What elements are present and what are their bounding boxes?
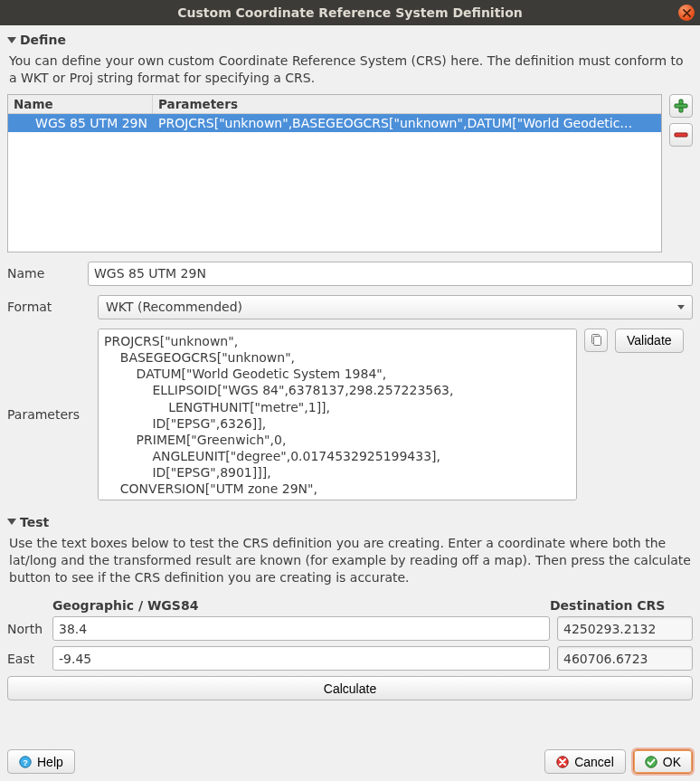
ok-icon bbox=[645, 756, 657, 768]
parameters-textarea[interactable] bbox=[98, 329, 577, 500]
format-combobox[interactable]: WKT (Recommended) bbox=[98, 295, 693, 319]
crs-list-side-buttons bbox=[669, 94, 693, 252]
define-header-label: Define bbox=[20, 33, 66, 47]
close-icon bbox=[683, 9, 691, 17]
validate-button[interactable]: Validate bbox=[615, 329, 684, 353]
remove-crs-button[interactable] bbox=[669, 123, 693, 147]
name-label: Name bbox=[7, 266, 80, 281]
format-row: Format WKT (Recommended) bbox=[7, 295, 693, 319]
parameters-label: Parameters bbox=[7, 329, 90, 500]
table-row[interactable]: WGS 85 UTM 29N PROJCRS["unknown",BASEGEO… bbox=[8, 114, 661, 132]
ok-button[interactable]: OK bbox=[633, 749, 693, 774]
cancel-button[interactable]: Cancel bbox=[544, 749, 626, 774]
chevron-down-icon bbox=[7, 37, 16, 43]
title-bar: Custom Coordinate Reference System Defin… bbox=[0, 0, 700, 25]
svg-rect-2 bbox=[675, 133, 687, 137]
add-crs-button[interactable] bbox=[669, 94, 693, 118]
north-destination-output: 4250293.2132 bbox=[557, 616, 693, 641]
ok-label: OK bbox=[663, 755, 681, 769]
validate-label: Validate bbox=[627, 333, 672, 348]
test-header-label: Test bbox=[20, 515, 49, 529]
svg-rect-4 bbox=[594, 337, 601, 346]
north-label: North bbox=[7, 622, 52, 636]
crs-row-params: PROJCRS["unknown",BASEGEOGCRS["unknown",… bbox=[153, 114, 661, 132]
dialog-button-bar: ? Help Cancel OK bbox=[7, 742, 693, 774]
crs-list-row: Name Parameters WGS 85 UTM 29N PROJCRS["… bbox=[7, 94, 693, 252]
east-row: East 460706.6723 bbox=[7, 646, 693, 671]
define-section-header[interactable]: Define bbox=[7, 33, 693, 47]
copy-icon bbox=[590, 334, 602, 347]
dest-heading: Destination CRS bbox=[550, 598, 693, 613]
test-grid: Geographic / WGS84 Destination CRS North… bbox=[7, 598, 693, 700]
parameters-side: Validate bbox=[584, 329, 693, 500]
chevron-down-icon bbox=[7, 519, 16, 525]
north-input[interactable] bbox=[52, 616, 550, 641]
window-title: Custom Coordinate Reference System Defin… bbox=[177, 5, 522, 20]
geo-heading: Geographic / WGS84 bbox=[52, 598, 550, 613]
plus-icon bbox=[674, 99, 688, 113]
cancel-label: Cancel bbox=[574, 755, 614, 769]
window-close-button[interactable] bbox=[678, 5, 695, 21]
calculate-row: Calculate bbox=[7, 676, 693, 700]
format-value: WKT (Recommended) bbox=[106, 300, 242, 314]
calculate-button[interactable]: Calculate bbox=[7, 676, 693, 700]
crs-table-body: WGS 85 UTM 29N PROJCRS["unknown",BASEGEO… bbox=[8, 114, 661, 252]
test-headings: Geographic / WGS84 Destination CRS bbox=[7, 598, 693, 613]
crs-table-header: Name Parameters bbox=[8, 95, 661, 114]
svg-text:?: ? bbox=[23, 757, 28, 767]
calculate-label: Calculate bbox=[324, 681, 376, 696]
name-row: Name bbox=[7, 262, 693, 286]
east-destination-output: 460706.6723 bbox=[557, 646, 693, 671]
crs-row-name: WGS 85 UTM 29N bbox=[8, 114, 153, 132]
help-button[interactable]: ? Help bbox=[7, 749, 75, 774]
crs-table[interactable]: Name Parameters WGS 85 UTM 29N PROJCRS["… bbox=[7, 94, 662, 252]
name-input[interactable] bbox=[88, 262, 693, 286]
window-body: Define You can define your own custom Co… bbox=[0, 25, 700, 781]
east-input[interactable] bbox=[52, 646, 550, 671]
svg-rect-1 bbox=[675, 104, 687, 108]
east-label: East bbox=[7, 652, 52, 666]
test-section-header[interactable]: Test bbox=[7, 515, 693, 529]
copy-params-button[interactable] bbox=[584, 329, 608, 352]
cancel-icon bbox=[556, 756, 569, 768]
north-row: North 4250293.2132 bbox=[7, 616, 693, 641]
test-description: Use the text boxes below to test the CRS… bbox=[9, 535, 691, 586]
parameters-row: Parameters Validate bbox=[7, 329, 693, 500]
format-label: Format bbox=[7, 300, 90, 314]
crs-table-col-params[interactable]: Parameters bbox=[153, 95, 661, 113]
minus-icon bbox=[674, 128, 688, 142]
help-icon: ? bbox=[19, 756, 32, 768]
crs-table-col-name[interactable]: Name bbox=[8, 95, 153, 113]
define-description: You can define your own custom Coordinat… bbox=[9, 52, 691, 87]
help-label: Help bbox=[37, 755, 63, 769]
chevron-down-icon bbox=[677, 305, 685, 310]
